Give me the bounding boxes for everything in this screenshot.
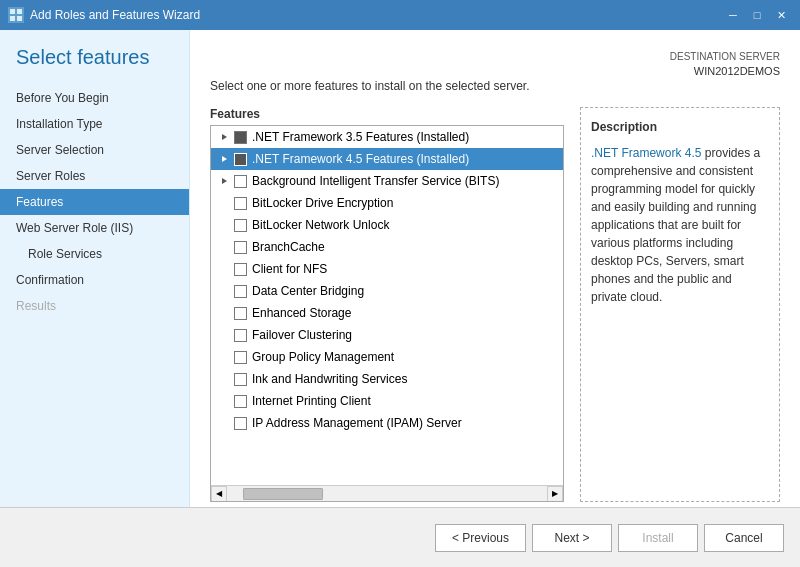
feature-expander <box>217 328 231 342</box>
feature-checkbox[interactable] <box>234 351 247 364</box>
feature-label: Ink and Handwriting Services <box>252 372 407 386</box>
svg-rect-3 <box>17 16 22 21</box>
feature-expander[interactable] <box>217 174 231 188</box>
feature-item[interactable]: .NET Framework 3.5 Features (Installed) <box>211 126 563 148</box>
feature-label: Failover Clustering <box>252 328 352 342</box>
maximize-button[interactable]: □ <box>746 5 768 25</box>
destination-label: DESTINATION SERVER <box>670 50 780 64</box>
sidebar-item-before-you-begin[interactable]: Before You Begin <box>0 85 189 111</box>
feature-checkbox[interactable] <box>234 329 247 342</box>
features-section: Features .NET Framework 3.5 Features (In… <box>210 107 564 502</box>
svg-rect-2 <box>10 16 15 21</box>
app-icon <box>8 7 24 23</box>
cancel-button[interactable]: Cancel <box>704 524 784 552</box>
feature-label: Client for NFS <box>252 262 327 276</box>
feature-expander <box>217 218 231 232</box>
destination-server: DESTINATION SERVER WIN2012DEMOS <box>670 50 780 79</box>
feature-checkbox[interactable] <box>234 395 247 408</box>
description-link[interactable]: .NET Framework 4.5 <box>591 146 701 160</box>
svg-marker-6 <box>222 178 227 184</box>
feature-item[interactable]: BitLocker Network Unlock <box>211 214 563 236</box>
feature-expander <box>217 306 231 320</box>
sidebar-item-web-server-role-(iis)[interactable]: Web Server Role (IIS) <box>0 215 189 241</box>
description-panel: Description .NET Framework 4.5 provides … <box>580 107 780 502</box>
feature-item[interactable]: .NET Framework 4.5 Features (Installed) <box>211 148 563 170</box>
hscroll-track <box>227 486 547 502</box>
feature-checkbox[interactable] <box>234 373 247 386</box>
feature-item[interactable]: Background Intelligent Transfer Service … <box>211 170 563 192</box>
feature-item[interactable]: Ink and Handwriting Services <box>211 368 563 390</box>
description-body: provides a comprehensive and consistent … <box>591 146 760 304</box>
features-list: .NET Framework 3.5 Features (Installed).… <box>211 126 563 434</box>
window-title: Add Roles and Features Wizard <box>30 8 200 22</box>
feature-item[interactable]: Data Center Bridging <box>211 280 563 302</box>
feature-checkbox[interactable] <box>234 263 247 276</box>
feature-checkbox[interactable] <box>234 219 247 232</box>
feature-label: IP Address Management (IPAM) Server <box>252 416 462 430</box>
feature-expander[interactable] <box>217 152 231 166</box>
two-col-layout: Features .NET Framework 3.5 Features (In… <box>210 107 780 502</box>
feature-expander <box>217 240 231 254</box>
horizontal-scrollbar[interactable]: ◀ ▶ <box>211 485 563 501</box>
main-content: Select features Before You BeginInstalla… <box>0 30 800 507</box>
features-list-container[interactable]: .NET Framework 3.5 Features (Installed).… <box>211 126 563 485</box>
feature-checkbox[interactable] <box>234 241 247 254</box>
feature-item[interactable]: Internet Printing Client <box>211 390 563 412</box>
description-title: Description <box>591 118 769 136</box>
feature-checkbox[interactable] <box>234 175 247 188</box>
feature-item[interactable]: Client for NFS <box>211 258 563 280</box>
feature-checkbox[interactable] <box>234 417 247 430</box>
hscroll-right-btn[interactable]: ▶ <box>547 486 563 502</box>
sidebar-title: Select features <box>0 46 189 85</box>
feature-checkbox[interactable] <box>234 131 247 144</box>
next-button[interactable]: Next > <box>532 524 612 552</box>
title-bar: Add Roles and Features Wizard ─ □ ✕ <box>0 0 800 30</box>
footer: < Previous Next > Install Cancel <box>0 507 800 567</box>
feature-expander <box>217 416 231 430</box>
hscroll-thumb[interactable] <box>243 488 323 500</box>
feature-item[interactable]: Enhanced Storage <box>211 302 563 324</box>
description-text: .NET Framework 4.5 provides a comprehens… <box>591 144 769 306</box>
feature-label: .NET Framework 3.5 Features (Installed) <box>252 130 469 144</box>
feature-expander <box>217 394 231 408</box>
svg-marker-4 <box>222 134 227 140</box>
hscroll-left-btn[interactable]: ◀ <box>211 486 227 502</box>
sidebar-item-server-selection[interactable]: Server Selection <box>0 137 189 163</box>
feature-expander[interactable] <box>217 130 231 144</box>
title-bar-left: Add Roles and Features Wizard <box>8 7 200 23</box>
sidebar-item-confirmation[interactable]: Confirmation <box>0 267 189 293</box>
feature-checkbox[interactable] <box>234 197 247 210</box>
sidebar-item-role-services[interactable]: Role Services <box>0 241 189 267</box>
content-panel: DESTINATION SERVER WIN2012DEMOS Select o… <box>190 30 800 507</box>
feature-expander <box>217 350 231 364</box>
feature-checkbox[interactable] <box>234 285 247 298</box>
previous-button[interactable]: < Previous <box>435 524 526 552</box>
sidebar-item-results: Results <box>0 293 189 319</box>
feature-checkbox[interactable] <box>234 153 247 166</box>
feature-item[interactable]: BranchCache <box>211 236 563 258</box>
feature-item[interactable]: IP Address Management (IPAM) Server <box>211 412 563 434</box>
feature-label: Group Policy Management <box>252 350 394 364</box>
sidebar-item-server-roles[interactable]: Server Roles <box>0 163 189 189</box>
sidebar-item-features[interactable]: Features <box>0 189 189 215</box>
feature-expander <box>217 372 231 386</box>
close-button[interactable]: ✕ <box>770 5 792 25</box>
feature-label: .NET Framework 4.5 Features (Installed) <box>252 152 469 166</box>
install-button[interactable]: Install <box>618 524 698 552</box>
feature-item[interactable]: Failover Clustering <box>211 324 563 346</box>
sidebar-item-installation-type[interactable]: Installation Type <box>0 111 189 137</box>
feature-item[interactable]: BitLocker Drive Encryption <box>211 192 563 214</box>
feature-item[interactable]: Group Policy Management <box>211 346 563 368</box>
feature-expander <box>217 284 231 298</box>
feature-label: Internet Printing Client <box>252 394 371 408</box>
feature-expander <box>217 262 231 276</box>
feature-label: BranchCache <box>252 240 325 254</box>
minimize-button[interactable]: ─ <box>722 5 744 25</box>
feature-label: Background Intelligent Transfer Service … <box>252 174 499 188</box>
feature-checkbox[interactable] <box>234 307 247 320</box>
svg-rect-1 <box>17 9 22 14</box>
feature-label: BitLocker Drive Encryption <box>252 196 393 210</box>
window-controls: ─ □ ✕ <box>722 5 792 25</box>
sidebar: Select features Before You BeginInstalla… <box>0 30 190 507</box>
destination-server-name: WIN2012DEMOS <box>670 64 780 79</box>
